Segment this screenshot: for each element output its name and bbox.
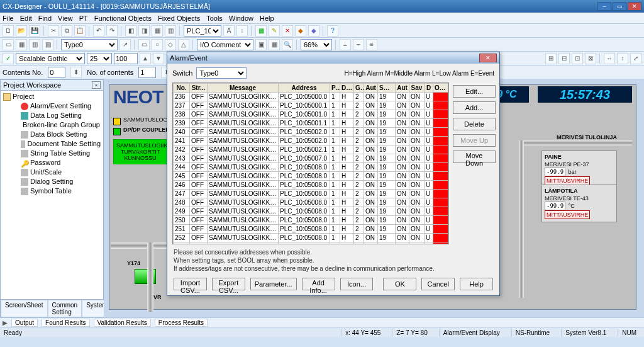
tb-red-x-icon[interactable]: ✕ xyxy=(282,25,293,37)
addinfo-button[interactable]: Add Info... xyxy=(302,278,335,290)
col-header[interactable]: Switc xyxy=(378,84,396,93)
tree-graph[interactable]: Broken-line Graph Group Setting xyxy=(21,120,101,130)
tree-unitscale[interactable]: Unit/Scale xyxy=(21,168,101,177)
plc-combo[interactable]: PLC_10 xyxy=(184,25,221,37)
gridsize-input[interactable] xyxy=(114,53,138,64)
tb-misc2-icon[interactable]: ◨ xyxy=(138,25,150,37)
menu-func-objects[interactable]: Functional Objects xyxy=(94,14,152,22)
zoom-combo[interactable]: 66% xyxy=(301,39,332,50)
menu-pt[interactable]: PT xyxy=(79,14,88,22)
table-row[interactable]: 244OFFSAMMUTUSLOGIIKKA, KIINNIRAJA HÄIRI… xyxy=(174,163,448,172)
tb-purple-icon[interactable]: ◆ xyxy=(308,25,319,37)
tb-grid3-icon[interactable]: ▤ xyxy=(42,39,53,50)
tb-new-icon[interactable]: 🗋 xyxy=(3,25,14,37)
table-row[interactable]: 236OFFSAMMUTUSLOGIIKKA, HÄIRIÖ Y170PLC_1… xyxy=(174,93,448,101)
add-button[interactable]: Add... xyxy=(453,101,496,114)
col-header[interactable]: No. xyxy=(174,84,190,93)
col-header[interactable]: Aut xyxy=(364,84,378,93)
maximize-button[interactable]: ▭ xyxy=(613,2,626,11)
table-row[interactable]: 251OFFSAMMUTUSLOGIIKKA, AUKIRAJA HÄIRIÖ … xyxy=(174,225,448,234)
edit-button[interactable]: Edit... xyxy=(453,85,496,98)
tree-alarm-event[interactable]: Alarm/Event Setting xyxy=(21,101,101,111)
table-row[interactable]: 249OFFSAMMUTUSLOGIIKKA, AUKIRAJA HÄIRIÖ … xyxy=(174,207,448,216)
tb-view1-icon[interactable]: ▣ xyxy=(255,39,267,50)
tb-redo-icon[interactable]: ↷ xyxy=(106,25,118,37)
moveup-button[interactable]: Move Up xyxy=(453,134,496,147)
dialog-close-button[interactable]: ✕ xyxy=(479,54,497,62)
tb-align2-icon[interactable]: ⫟ xyxy=(353,39,364,50)
table-row[interactable]: 241OFFSAMMUTUSLOGIIKKA, RKK05 OHJAUSJÄNP… xyxy=(174,137,448,145)
table-row[interactable]: 252OFFSAMMUTUSLOGIIKKA, KIINNIRAJA HÄIRI… xyxy=(174,234,448,242)
delete-button[interactable]: Delete xyxy=(453,118,496,130)
pw-tab-common[interactable]: Common Setting xyxy=(48,300,82,317)
table-row[interactable]: 242OFFSAMMUTUSLOGIIKKA CPU SEIS-TILASSAP… xyxy=(174,145,448,154)
import-csv-button[interactable]: Import CSV... xyxy=(174,278,207,290)
pw-tab-screen[interactable]: Screen/Sheet xyxy=(1,300,48,317)
col-header[interactable]: Str... xyxy=(190,84,208,93)
alarm-table-wrap[interactable]: No.Str...MessageAddressPriDisplGrAutSwit… xyxy=(172,82,449,244)
tb-ra4-icon[interactable]: ⊠ xyxy=(585,53,596,64)
col-header[interactable]: Occu xyxy=(433,84,448,93)
tb-undo-icon[interactable]: ↶ xyxy=(93,25,104,37)
tb-orange-icon[interactable]: ◆ xyxy=(295,25,306,37)
menu-tools[interactable]: Tools xyxy=(206,14,223,22)
table-row[interactable]: 243OFFSAMMUTUSLOGIIKKA, TURVAKORTILLA VI… xyxy=(174,154,448,163)
tb-align3-icon[interactable]: ≡ xyxy=(366,39,377,50)
tb-grid-icon[interactable]: ▦ xyxy=(16,39,27,50)
table-row[interactable]: 240OFFSAMMUTUSLOGIIKKA, HÄIRIÖ Y174PLC_1… xyxy=(174,128,448,137)
menu-file[interactable]: File xyxy=(3,14,14,22)
tb-misc-icon[interactable]: ◧ xyxy=(125,25,136,37)
tree-datablock[interactable]: Data Block Setting xyxy=(21,130,101,139)
cancel-button[interactable]: Cancel xyxy=(421,278,455,290)
tb-yellow-icon[interactable]: ✎ xyxy=(269,25,280,37)
tab-found[interactable]: Found Results xyxy=(42,319,89,327)
tb-help-icon[interactable]: ? xyxy=(327,25,338,37)
movedown-button[interactable]: Move Down xyxy=(453,151,496,163)
tb-a-icon[interactable]: A xyxy=(223,25,235,37)
col-header[interactable]: Aut xyxy=(396,84,409,93)
font-combo[interactable]: Scalable Gothic xyxy=(16,53,85,64)
tb-zoom-icon[interactable]: 🔍 xyxy=(282,39,293,50)
col-header[interactable]: Gr xyxy=(354,84,364,93)
col-header[interactable]: Message xyxy=(208,84,279,93)
tb-spin-down-icon[interactable]: ▼ xyxy=(153,53,164,64)
pw-close-button[interactable]: × xyxy=(92,81,101,89)
tb-shape1-icon[interactable]: ▭ xyxy=(138,39,150,50)
menu-window[interactable]: Window xyxy=(229,14,253,22)
table-row[interactable]: 247OFFSAMMUTUSLOGIIKKA, AUKIRAJA HÄIRIÖ … xyxy=(174,190,448,198)
tab-process[interactable]: Process Results xyxy=(155,319,208,327)
menu-view[interactable]: View xyxy=(58,14,73,22)
table-row[interactable]: 253OFFSAMMUTUSLOGIIKKA, AUKIRAJA HÄIRIÖ … xyxy=(174,242,448,245)
table-row[interactable]: 238OFFSAMMUTUSLOGIIKKA, HÄIRIÖ Y172PLC_1… xyxy=(174,110,448,119)
tree-dialog[interactable]: Dialog Setting xyxy=(21,177,101,186)
tb-copy-icon[interactable]: ⧉ xyxy=(61,25,72,37)
tb-ra2-icon[interactable]: ⊟ xyxy=(558,53,570,64)
tb-misc4-icon[interactable]: ▥ xyxy=(165,25,176,37)
parameter-button[interactable]: Parameter... xyxy=(250,278,297,290)
tb-ra3-icon[interactable]: ⊡ xyxy=(572,53,583,64)
tb-arrow-icon[interactable]: ↗ xyxy=(119,39,131,50)
fontsize-combo[interactable]: 25 xyxy=(87,53,112,64)
col-header[interactable]: Address xyxy=(279,84,330,93)
type-combo[interactable]: Type0 xyxy=(61,39,118,50)
tb-save-icon[interactable]: 💾 xyxy=(29,25,40,37)
col-header[interactable]: Pri xyxy=(330,84,340,93)
tb-check-icon[interactable]: ✓ xyxy=(3,53,14,64)
menu-fixed-objects[interactable]: Fixed Objects xyxy=(158,14,200,22)
tab-validation[interactable]: Validation Results xyxy=(94,319,151,327)
tree-password[interactable]: 🔑Password xyxy=(21,158,101,168)
tb-align1-icon[interactable]: ⫠ xyxy=(340,39,351,50)
table-row[interactable]: 245OFFSAMMUTUSLOGIIKKA, AUKIRAJA HÄIRIÖ … xyxy=(174,172,448,181)
tb-rb1-icon[interactable]: ↔ xyxy=(604,53,615,64)
tb-open-icon[interactable]: 📂 xyxy=(16,25,27,37)
tree-root[interactable]: Project xyxy=(3,92,101,101)
table-row[interactable]: 239OFFSAMMUTUSLOGIIKKA, HÄIRIÖ Y173PLC_1… xyxy=(174,119,448,128)
tree-datalog[interactable]: Data Log Setting xyxy=(21,111,101,120)
tree-symbol[interactable]: Symbol Table xyxy=(21,186,101,196)
col-header[interactable]: D xyxy=(425,84,433,93)
icon-button[interactable]: Icon... xyxy=(340,278,374,290)
tb-misc3-icon[interactable]: ▦ xyxy=(152,25,163,37)
help-button[interactable]: Help xyxy=(460,278,493,290)
tb-ra1-icon[interactable]: ⊞ xyxy=(545,53,557,64)
tb-shape2-icon[interactable]: ○ xyxy=(152,39,163,50)
